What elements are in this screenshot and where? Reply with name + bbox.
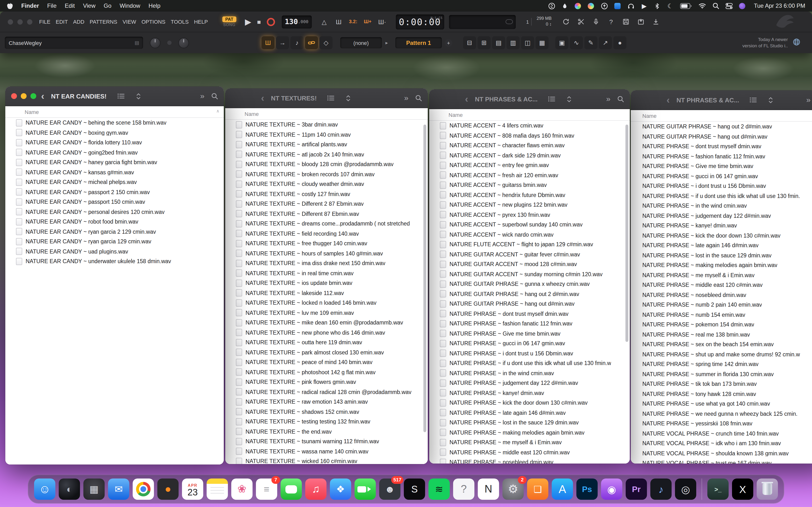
plugin-icon[interactable]: ∿ bbox=[570, 36, 583, 49]
list-view-icon[interactable] bbox=[327, 95, 335, 101]
file-row[interactable]: NATURE ACCENT ~ character flaws emin.wav bbox=[429, 140, 630, 151]
file-row[interactable]: NATURE GUITAR PHRASE ~ hang out d#min.wa… bbox=[429, 299, 630, 309]
color-app-icon[interactable] bbox=[574, 2, 581, 10]
channel-rack-toggle-icon[interactable]: ▤ bbox=[492, 36, 505, 49]
focus-moon-icon[interactable]: ☾ bbox=[667, 2, 673, 10]
file-row[interactable]: NATURE TEXTURE ~ 3bar dmin.wav bbox=[225, 120, 428, 130]
file-row[interactable]: NATURE GUITAR PHRASE ~ hang out d#min.wa… bbox=[631, 131, 812, 142]
dock-trash[interactable] bbox=[757, 478, 778, 500]
file-row[interactable]: NATURE PHRASE ~ sex on the beach 154 emi… bbox=[631, 339, 812, 349]
countdown-icon[interactable]: 3.2: bbox=[347, 16, 359, 27]
file-row[interactable]: NATURE ACCENT ~ hendrix future Dbmin.wav bbox=[429, 190, 630, 200]
file-row[interactable]: NATURE TEXTURE ~ 11pm 140 cmin.wav bbox=[225, 130, 428, 139]
dock-splice[interactable]: S bbox=[404, 478, 425, 500]
file-row[interactable]: NATURE EAR CANDY ~ uad plugins.wav bbox=[5, 246, 224, 257]
dock-mail[interactable]: ✉ bbox=[108, 478, 129, 500]
pat-song-switch[interactable]: PAT SONG bbox=[222, 16, 236, 27]
file-row[interactable]: NATURE PHRASE ~ i dont trust u 156 Dbmin… bbox=[429, 348, 630, 358]
record-button[interactable] bbox=[266, 18, 275, 26]
wait-for-input-icon[interactable]: Ш bbox=[333, 16, 344, 27]
project-title-field[interactable]: ChaseWegley ▤ bbox=[5, 37, 143, 49]
back-button[interactable]: ‹ bbox=[465, 94, 468, 104]
file-row[interactable]: NATURE PHRASE ~ Give me time bmin.wav bbox=[429, 329, 630, 338]
file-row[interactable]: NATURE PHRASE ~ shut up and make some dr… bbox=[631, 349, 812, 359]
bluetooth-icon[interactable] bbox=[654, 2, 660, 10]
file-row[interactable]: NATURE PHRASE ~ kanye! dmin.wav bbox=[429, 388, 630, 398]
file-row[interactable]: NATURE PHRASE ~ middle east 120 c#min.wa… bbox=[429, 447, 630, 457]
blue-app-icon[interactable] bbox=[614, 2, 621, 10]
file-row[interactable]: NATURE GUITAR ACCENT ~ guitar fever c#mi… bbox=[429, 249, 630, 259]
piano-roll-toggle-icon[interactable]: ⊞ bbox=[477, 36, 491, 49]
save-icon[interactable] bbox=[620, 16, 632, 27]
update-notification[interactable]: Today A newer version of FL Studio i.. bbox=[743, 37, 788, 49]
file-row[interactable]: NATURE PHRASE ~ dont trust myself dmin.w… bbox=[429, 309, 630, 319]
file-row[interactable]: NATURE TEXTURE ~ atl jacob 2x 140 fmin.w… bbox=[225, 150, 428, 159]
file-row[interactable]: NATURE TEXTURE ~ mike dean 160 emin @pro… bbox=[225, 318, 428, 328]
file-row[interactable]: NATURE EAR CANDY ~ kansas g#min.wav bbox=[5, 167, 224, 177]
file-row[interactable]: NATURE PHRASE ~ numb 154 emin.wav bbox=[631, 310, 812, 320]
dock-audio-editor[interactable]: ♪ bbox=[650, 478, 672, 500]
file-row[interactable]: NATURE PHRASE ~ yessirskii 108 fmin.wav bbox=[631, 418, 812, 429]
file-row[interactable]: NATURE ACCENT ~ fresh air 120 emin.wav bbox=[429, 170, 630, 180]
dock-system-settings[interactable]: 2⚙ bbox=[502, 478, 524, 500]
arrow-tool-icon[interactable]: → bbox=[276, 36, 289, 49]
focus-selector[interactable]: (none) bbox=[340, 37, 382, 48]
dock-premiere[interactable]: Pr bbox=[626, 478, 647, 500]
file-row[interactable]: NATURE PHRASE ~ i dont trust u 156 Dbmin… bbox=[631, 181, 812, 191]
loop-record-icon[interactable]: Ш+ bbox=[362, 16, 373, 27]
window-titlebar[interactable]: ‹ NT PHRASES & AC... » bbox=[631, 90, 812, 110]
dock-app-store[interactable]: A bbox=[552, 478, 573, 500]
dock-notes[interactable] bbox=[207, 478, 228, 500]
ink-drop-icon[interactable] bbox=[561, 2, 568, 10]
file-row[interactable]: NATURE PHRASE ~ if u dont use this idk w… bbox=[429, 358, 630, 368]
toolbar-overflow-icon[interactable]: » bbox=[404, 94, 408, 102]
fl-menu-tools[interactable]: TOOLS bbox=[170, 19, 189, 24]
file-row[interactable]: NATURE EAR CANDY ~ going2bed fmin.wav bbox=[5, 148, 224, 157]
sync-icon[interactable] bbox=[560, 16, 572, 27]
file-row[interactable]: NATURE TEXTURE ~ luv me 109 emin.wav bbox=[225, 308, 428, 318]
pattern-selector[interactable]: Pattern 1 bbox=[395, 37, 442, 48]
microphone-icon[interactable] bbox=[591, 16, 602, 27]
file-row[interactable]: NATURE GUITAR ACCENT ~ sunday morning c#… bbox=[429, 269, 630, 279]
file-row[interactable]: NATURE EAR CANDY ~ haney garcia fight bm… bbox=[5, 157, 224, 167]
group-sort-icon[interactable] bbox=[345, 95, 352, 101]
file-row[interactable]: NATURE PHRASE ~ if u dont use this idk w… bbox=[631, 191, 812, 201]
dock-reminders[interactable]: 7≡ bbox=[256, 478, 277, 500]
scissors-icon[interactable] bbox=[575, 16, 587, 27]
file-row[interactable]: NATURE PHRASE ~ use what ya got 140 cmin… bbox=[631, 399, 812, 409]
dock-terminal[interactable]: >_ bbox=[707, 478, 729, 500]
file-row[interactable]: NATURE PHRASE ~ fashion fanatic 112 fmin… bbox=[429, 319, 630, 329]
back-button[interactable]: ‹ bbox=[261, 93, 264, 103]
file-row[interactable]: NATURE EAR CANDY ~ personal desires 120 … bbox=[5, 207, 224, 217]
menubar-clock[interactable]: Tue Apr 23 6:00 PM bbox=[754, 2, 805, 9]
keyboard-panel-icon[interactable]: Ш bbox=[261, 36, 274, 49]
file-row[interactable]: NATURE TEXTURE ~ free thugger 140 cmin.w… bbox=[225, 238, 428, 248]
toolbar-overflow-icon[interactable]: » bbox=[806, 96, 811, 104]
file-row[interactable]: NATURE PHRASE ~ lost in the sauce 129 dm… bbox=[429, 418, 630, 428]
export-icon[interactable] bbox=[650, 16, 662, 27]
dock-messages[interactable] bbox=[281, 478, 302, 500]
menubar-item-file[interactable]: File bbox=[47, 2, 57, 9]
file-row[interactable]: NATURE PHRASE ~ late again 146 d#min.wav bbox=[631, 240, 812, 250]
dock-spotify[interactable]: ≋ bbox=[428, 478, 450, 500]
file-row[interactable]: NATURE EAR CANDY ~ ryan garcia 129 cmin.… bbox=[5, 237, 224, 246]
fl-minimize-button[interactable] bbox=[17, 19, 23, 24]
file-row[interactable]: NATURE TEXTURE ~ cloudy weather dmin.wav bbox=[225, 179, 428, 189]
stop-button[interactable]: ■ bbox=[257, 18, 261, 25]
menubar-item-edit[interactable]: Edit bbox=[65, 2, 75, 9]
fl-menu-patterns[interactable]: PATTERNS bbox=[90, 19, 117, 24]
search-icon[interactable] bbox=[211, 93, 218, 100]
search-icon[interactable] bbox=[617, 96, 624, 102]
dock-books[interactable]: ❏ bbox=[527, 478, 548, 500]
shazam-icon[interactable] bbox=[548, 2, 555, 10]
apple-icon[interactable] bbox=[7, 2, 13, 9]
file-row[interactable]: NATURE TEXTURE ~ costly 127 fmin.wav bbox=[225, 189, 428, 199]
file-row[interactable]: NATURE EAR CANDY ~ robot food bmin.wav bbox=[5, 217, 224, 227]
file-row[interactable]: NATURE GUITAR PHRASE ~ hang out 2 d#min.… bbox=[631, 122, 812, 131]
file-row[interactable]: NATURE PHRASE ~ numb 2 pain 140 emin.wav bbox=[631, 300, 812, 310]
file-row[interactable]: NATURE PHRASE ~ fashion fanatic 112 fmin… bbox=[631, 151, 812, 161]
dock-launchpad[interactable]: ▦ bbox=[83, 478, 105, 500]
file-row[interactable]: NATURE TEXTURE ~ wassa name 140 cmin.wav bbox=[225, 446, 428, 456]
file-row[interactable]: NATURE PHRASE ~ judgement day 122 d#min.… bbox=[631, 211, 812, 221]
file-row[interactable]: NATURE GUITAR PHRASE ~ hang out 2 d#min.… bbox=[429, 289, 630, 299]
